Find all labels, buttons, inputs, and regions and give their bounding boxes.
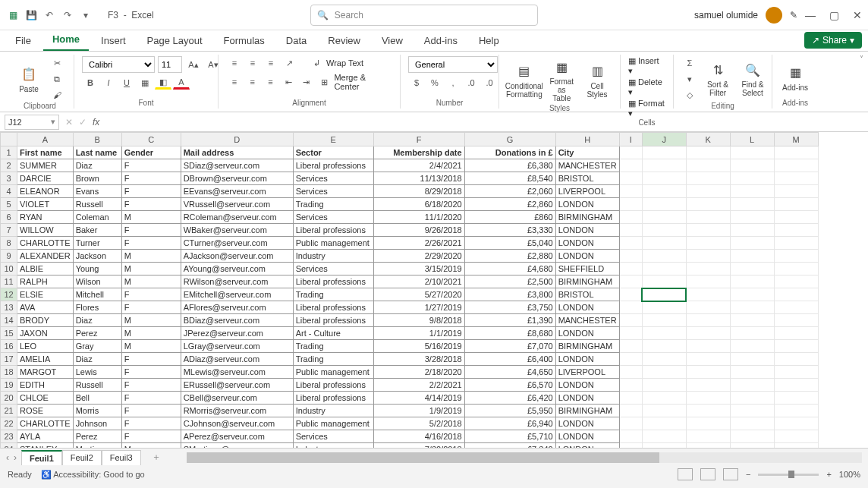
cell-G23[interactable]: £5,710	[464, 430, 555, 443]
cell-J13[interactable]	[642, 301, 686, 314]
cell-B21[interactable]: Morris	[73, 405, 121, 417]
increase-decimal-icon[interactable]: .0	[463, 76, 480, 90]
cell-M6[interactable]	[774, 211, 818, 224]
cell-L14[interactable]	[730, 314, 774, 327]
cell-K13[interactable]	[686, 301, 730, 314]
column-header-C[interactable]: C	[121, 133, 181, 146]
cell-M14[interactable]	[774, 314, 818, 327]
cell-I1[interactable]	[619, 146, 642, 159]
cell-A23[interactable]: AYLA	[17, 430, 74, 443]
cell-E20[interactable]: Liberal professions	[293, 392, 373, 405]
cell-D22[interactable]: CJohnson@serveur.com	[181, 417, 293, 430]
cell-M16[interactable]	[774, 340, 818, 353]
cell-J3[interactable]	[642, 172, 686, 185]
cell-I4[interactable]	[619, 185, 642, 198]
cell-F22[interactable]: 5/2/2018	[373, 417, 464, 430]
cell-I16[interactable]	[619, 340, 642, 353]
row-header-2[interactable]: 2	[1, 159, 17, 172]
cell-D9[interactable]: AJackson@serveur.com	[181, 250, 293, 263]
cell-L4[interactable]	[730, 185, 774, 198]
cell-C3[interactable]: F	[121, 172, 181, 185]
cell-H7[interactable]: LONDON	[555, 224, 619, 237]
align-center-icon[interactable]: ≡	[244, 75, 261, 89]
next-sheet-icon[interactable]: ›	[14, 452, 17, 463]
maximize-icon[interactable]: ▢	[829, 9, 839, 21]
row-header-4[interactable]: 4	[1, 185, 17, 198]
cell-H16[interactable]: BIRMINGHAM	[555, 340, 619, 353]
cell-D10[interactable]: AYoung@serveur.com	[181, 263, 293, 275]
cell-D3[interactable]: DBrown@serveur.com	[181, 172, 293, 185]
cell-J21[interactable]	[642, 405, 686, 417]
cell-K2[interactable]	[686, 159, 730, 172]
cell-E2[interactable]: Liberal professions	[293, 159, 373, 172]
cell-E22[interactable]: Public management	[293, 417, 373, 430]
cell-F13[interactable]: 1/27/2019	[373, 301, 464, 314]
normal-view-icon[interactable]	[678, 468, 693, 480]
cell-L17[interactable]	[730, 353, 774, 366]
cell-C22[interactable]: F	[121, 417, 181, 430]
cell-B6[interactable]: Coleman	[73, 211, 121, 224]
cell-K16[interactable]	[686, 340, 730, 353]
cell-B16[interactable]: Gray	[73, 340, 121, 353]
avatar[interactable]	[766, 7, 782, 24]
cell-J15[interactable]	[642, 327, 686, 340]
tab-formulas[interactable]: Formulas	[215, 30, 274, 51]
cell-K20[interactable]	[686, 392, 730, 405]
column-header-K[interactable]: K	[686, 133, 730, 146]
cell-D2[interactable]: SDiaz@serveur.com	[181, 159, 293, 172]
cell-F16[interactable]: 5/16/2019	[373, 340, 464, 353]
cell-G9[interactable]: £2,880	[464, 250, 555, 263]
tab-data[interactable]: Data	[277, 30, 316, 51]
cell-F2[interactable]: 2/4/2021	[373, 159, 464, 172]
undo-icon[interactable]: ↶	[42, 8, 56, 22]
cell-J10[interactable]	[642, 263, 686, 275]
cell-B13[interactable]: Flores	[73, 301, 121, 314]
cell-I9[interactable]	[619, 250, 642, 263]
cell-L16[interactable]	[730, 340, 774, 353]
cell-B7[interactable]: Baker	[73, 224, 121, 237]
cell-B15[interactable]: Perez	[73, 327, 121, 340]
cell-K3[interactable]	[686, 172, 730, 185]
autosum-icon[interactable]: Σ	[681, 56, 698, 70]
cell-C11[interactable]: M	[121, 275, 181, 288]
cell-L6[interactable]	[730, 211, 774, 224]
cell-B4[interactable]: Evans	[73, 185, 121, 198]
column-header-A[interactable]: A	[17, 133, 74, 146]
cell-B20[interactable]: Bell	[73, 392, 121, 405]
cell-J5[interactable]	[642, 198, 686, 211]
cell-D18[interactable]: MLewis@serveur.com	[181, 366, 293, 379]
cell-M9[interactable]	[774, 250, 818, 263]
cell-C14[interactable]: M	[121, 314, 181, 327]
cell-F23[interactable]: 4/16/2018	[373, 430, 464, 443]
cut-icon[interactable]: ✂	[49, 56, 65, 70]
cell-G7[interactable]: £3,330	[464, 224, 555, 237]
cell-F12[interactable]: 5/27/2020	[373, 288, 464, 301]
cell-B14[interactable]: Diaz	[73, 314, 121, 327]
decrease-decimal-icon[interactable]: .0	[481, 76, 498, 90]
cell-M7[interactable]	[774, 224, 818, 237]
cell-E23[interactable]: Services	[293, 430, 373, 443]
cell-G13[interactable]: £3,750	[464, 301, 555, 314]
cell-E11[interactable]: Liberal professions	[293, 275, 373, 288]
cell-L5[interactable]	[730, 198, 774, 211]
cell-H19[interactable]: LONDON	[555, 379, 619, 392]
cell-I13[interactable]	[619, 301, 642, 314]
cell-C10[interactable]: M	[121, 263, 181, 275]
cell-L1[interactable]	[730, 146, 774, 159]
cell-H13[interactable]: LONDON	[555, 301, 619, 314]
cell-B10[interactable]: Young	[73, 263, 121, 275]
cell-H5[interactable]: LONDON	[555, 198, 619, 211]
cell-K5[interactable]	[686, 198, 730, 211]
cell-G8[interactable]: £5,040	[464, 237, 555, 250]
cell-F17[interactable]: 3/28/2018	[373, 353, 464, 366]
cell-M11[interactable]	[774, 275, 818, 288]
cell-L19[interactable]	[730, 379, 774, 392]
cell-G10[interactable]: £4,680	[464, 263, 555, 275]
cell-G3[interactable]: £8,540	[464, 172, 555, 185]
cell-I23[interactable]	[619, 430, 642, 443]
cell-H14[interactable]: MANCHESTER	[555, 314, 619, 327]
collapse-ribbon-icon[interactable]: ˅	[860, 55, 863, 63]
cell-A8[interactable]: CHARLOTTE	[17, 237, 74, 250]
cell-L21[interactable]	[730, 405, 774, 417]
cell-F20[interactable]: 4/14/2019	[373, 392, 464, 405]
